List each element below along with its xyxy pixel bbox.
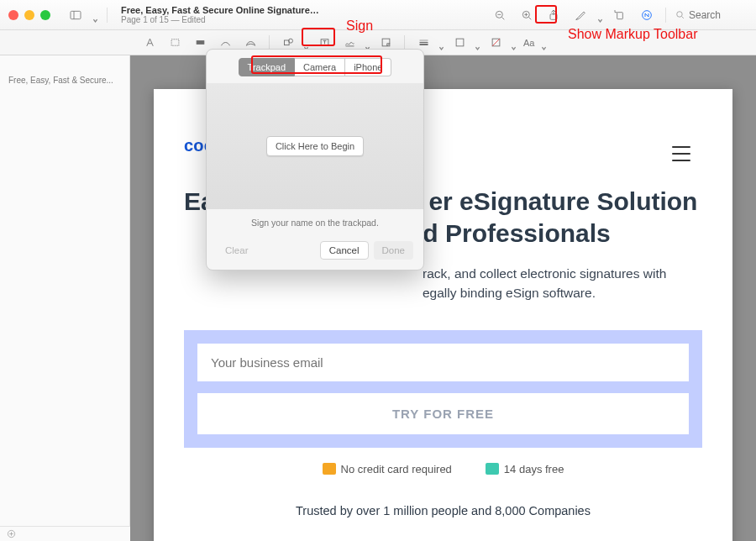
sidebar-dropdown-caret[interactable] — [92, 12, 98, 18]
cta-block: TRY FOR FREE — [184, 330, 702, 448]
document-subtitle: Page 1 of 15 — Edited — [121, 15, 323, 24]
zoom-out-button[interactable] — [490, 5, 510, 25]
svg-rect-15 — [197, 41, 204, 45]
highlight-button[interactable] — [570, 5, 591, 25]
fill-color-caret[interactable] — [511, 39, 517, 45]
cancel-button[interactable]: Cancel — [320, 241, 369, 260]
shapes-dropdown-caret[interactable] — [303, 39, 309, 45]
svg-rect-0 — [71, 11, 81, 18]
signature-popover: Trackpad Camera iPhone Click Here to Beg… — [206, 49, 424, 270]
trusted-line: Trusted by over 1 million people and 8,0… — [184, 504, 702, 517]
svg-rect-26 — [456, 39, 464, 46]
badge-trial: 14 days free — [486, 463, 564, 475]
badge-no-card: No credit card required — [323, 463, 452, 475]
svg-line-4 — [502, 17, 505, 19]
stroke-color-tool[interactable] — [449, 34, 470, 52]
text-selection-tool[interactable] — [139, 34, 160, 52]
text-style-tool[interactable]: Aa — [522, 38, 536, 48]
show-markup-toolbar-button[interactable] — [637, 5, 657, 25]
minimize-window-button[interactable] — [24, 10, 34, 20]
rotate-button[interactable] — [610, 5, 630, 25]
tab-camera[interactable]: Camera — [295, 58, 345, 76]
document-title-block: Free, Easy, Fast & Secure Online Signatu… — [121, 5, 323, 24]
add-page-button[interactable] — [7, 527, 16, 542]
document-title: Free, Easy, Fast & Secure Online Signatu… — [121, 5, 323, 15]
share-button[interactable] — [543, 5, 564, 25]
signature-source-tabs: Trackpad Camera iPhone — [207, 50, 423, 83]
email-input[interactable] — [197, 344, 689, 381]
svg-rect-10 — [617, 12, 623, 18]
search-icon — [675, 9, 685, 20]
text-style-caret[interactable] — [541, 39, 547, 45]
redact-tool[interactable] — [190, 34, 210, 52]
fill-color-tool[interactable] — [486, 34, 506, 52]
signature-hint: Sign your name on the trackpad. — [207, 209, 423, 234]
calendar-icon — [486, 463, 499, 475]
card-icon — [323, 463, 336, 475]
search-input[interactable] — [689, 9, 748, 21]
signature-actions: Clear Cancel Done — [207, 234, 423, 270]
status-bar — [0, 526, 130, 541]
svg-line-13 — [682, 17, 684, 18]
close-window-button[interactable] — [8, 10, 18, 20]
hero-line1-right: er eSignature Solution — [428, 187, 697, 215]
svg-line-8 — [529, 17, 532, 19]
titlebar: Free, Easy, Fast & Secure Online Signatu… — [0, 0, 756, 30]
svg-line-28 — [492, 39, 500, 46]
done-button[interactable]: Done — [374, 241, 414, 260]
tab-trackpad[interactable]: Trackpad — [239, 58, 295, 76]
clear-button[interactable]: Clear — [217, 241, 256, 260]
cta-badges: No credit card required 14 days free — [184, 463, 702, 475]
click-to-begin-button[interactable]: Click Here to Begin — [266, 136, 364, 156]
sidebar-toggle-button[interactable] — [66, 5, 86, 25]
sign-dropdown-caret[interactable] — [365, 39, 370, 45]
stroke-color-caret[interactable] — [475, 39, 480, 45]
signature-canvas[interactable]: Click Here to Begin — [207, 83, 423, 209]
fullscreen-window-button[interactable] — [40, 10, 50, 20]
hamburger-icon — [672, 146, 690, 161]
svg-point-12 — [677, 12, 683, 17]
svg-rect-14 — [171, 39, 179, 46]
highlight-dropdown-caret[interactable] — [597, 12, 603, 18]
hero-line2-right: d Professionals — [423, 219, 610, 247]
traffic-lights — [8, 10, 50, 20]
border-dropdown-caret[interactable] — [438, 39, 444, 45]
tab-iphone[interactable]: iPhone — [345, 58, 391, 76]
rect-selection-tool[interactable] — [165, 34, 185, 52]
thumbnail-sidebar[interactable]: Free, Easy, Fast & Secure... — [0, 55, 130, 541]
zoom-in-button[interactable] — [517, 5, 537, 25]
search-field[interactable] — [675, 9, 748, 21]
thumbnail-label: Free, Easy, Fast & Secure... — [8, 76, 118, 85]
try-for-free-button[interactable]: TRY FOR FREE — [197, 393, 689, 434]
